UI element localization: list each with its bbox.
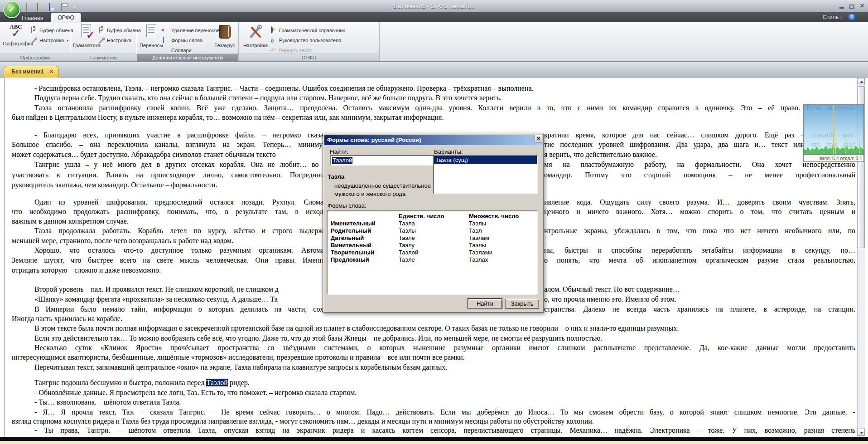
wrench-icon: [31, 37, 38, 44]
hyphen-doc-icon: [144, 24, 159, 39]
column-header-plural: Множеств. число: [469, 213, 519, 220]
hyphenation-button[interactable]: Переносы: [138, 24, 164, 52]
tab-orfo[interactable]: ОРФО: [51, 13, 81, 23]
orfo-settings-button[interactable]: Настройка: [242, 24, 269, 52]
minimize-icon[interactable]: [839, 7, 844, 9]
ribbon-tab-band: [0, 12, 868, 22]
text-line: - Ты права, Тангри. – шёпотом ответила Т…: [5, 426, 857, 436]
bottom-taskbar-strip: [0, 441, 868, 444]
maximize-icon[interactable]: [849, 5, 854, 9]
text-line: - Расшифровка остановлена, Таэла. – негр…: [5, 84, 857, 94]
selected-input-text: Таэлой: [332, 157, 352, 164]
user-guide-button[interactable]: ? Руководство пользователя: [270, 36, 341, 44]
text-line: Таэла остановила расшифровку своей копии…: [5, 104, 857, 113]
forms-table-row: ИменительныйТаэлаТаэлы: [328, 220, 537, 227]
forms-table-row: ВинительныйТаэлуТаэлы: [328, 242, 537, 249]
ribbon-group-orfo: Настройка Грамматический справочник ? Ру…: [239, 22, 380, 61]
headword-description: мужского и женского рода: [334, 190, 405, 197]
ribbon-group-spelling: ABC✓ Орфография Буфер обмена Настройка ▾…: [0, 22, 71, 61]
help-circle-icon: ?: [270, 37, 277, 44]
forms-table-row: ПредложныйТаэлеТаэлах: [328, 256, 537, 263]
text-line: Иногда часть хранилась на корабле.: [5, 315, 857, 324]
selected-word: Таэлой: [206, 379, 228, 386]
group-label-grammar: Грамматика: [71, 54, 137, 61]
variants-label: Варианты:: [434, 148, 463, 155]
scroll-down-button[interactable]: [858, 429, 865, 436]
book-icon: [217, 24, 232, 39]
clipboard-check-icon: [31, 27, 38, 34]
grammar-doc-check-icon: ✓: [79, 24, 93, 39]
forms-table-row: ДательныйТаэлеТаэлам: [328, 234, 537, 242]
owl-icon: [163, 47, 169, 54]
group-label-orfo: ОРФО: [239, 54, 379, 61]
window-title: Без имени1 - ОРФО редактор: [0, 3, 868, 10]
dialog-title[interactable]: Формы слова: русский (Россия): [324, 135, 543, 145]
text-line: Подруга верна себе. Трудно сказать, кто …: [5, 94, 857, 103]
traffic-caption: взял: 5.4 отдал: 0.1: [803, 155, 864, 162]
forms-table-header: Единств. число Множеств. число: [328, 213, 537, 220]
thesaurus-button[interactable]: Тезаурус: [212, 24, 238, 52]
clipboard-check-icon: [98, 27, 105, 34]
spellcheck-abc-icon: ABC✓: [9, 24, 23, 39]
document-tab-bar: Без имени1 ✕: [0, 62, 868, 78]
forms-label: Формы слова:: [328, 202, 366, 209]
text-line: Перечитывая текст, занимавший центрально…: [5, 363, 857, 373]
find-button[interactable]: Найти: [468, 299, 502, 309]
chevron-down-icon: ˅: [840, 15, 843, 20]
text-line: - Я… Я прочла текст, Таэ. – сказала Танг…: [5, 408, 857, 418]
forms-table[interactable]: Единств. число Множеств. число Именитель…: [327, 210, 538, 295]
variant-item[interactable]: Таэла (сущ): [434, 156, 537, 164]
ribbon-group-extra-tools: Переносы Удаление переносов Формы слова …: [137, 22, 239, 61]
ribbon-group-grammar: ✓ Грамматика Буфер обмена Настройка Грам…: [71, 22, 137, 61]
settings-button-grammar[interactable]: Настройка: [98, 36, 131, 44]
text-line: интересующимся авантюристы, безбашенные,…: [5, 353, 857, 363]
grammar-reference-button[interactable]: Грамматический справочник: [270, 26, 345, 34]
grammar-button[interactable]: ✓ Грамматика: [73, 24, 99, 52]
text-line: - Обновлённые данные. Я просмотрела все …: [5, 389, 857, 398]
dialog-close-icon[interactable]: ✕: [535, 135, 542, 142]
title-bar: ▾ Без имени1 - ОРФО редактор ×: [0, 0, 868, 12]
window-controls: ×: [839, 3, 864, 9]
text-line: взгляд старпома коснулся ридера и Таэла …: [5, 417, 857, 427]
help-icon[interactable]: ?: [848, 13, 856, 21]
text-line: - Ты… взволнована. – шёпотом ответила Та…: [5, 398, 857, 408]
style-menu-button[interactable]: Стиль ˅: [823, 14, 843, 20]
forms-table-row: РодительныйТаэлыТаэл: [328, 227, 537, 234]
traffic-graph: [803, 104, 864, 155]
document-tab-label: Без имени1: [11, 68, 44, 75]
text-line: Несколько суток «Клинок Ярости» прочёсыв…: [5, 344, 857, 353]
document-tab[interactable]: Без имени1 ✕: [4, 66, 59, 78]
group-label-spelling: Орфография: [0, 54, 71, 61]
settings-button-spelling[interactable]: Настройка ▾: [31, 36, 68, 44]
spelling-button[interactable]: ABC✓ Орфография: [3, 24, 29, 52]
network-monitor-widget[interactable]: взял: 5.4 отдал: 0.1: [803, 104, 864, 162]
compass-icon: [270, 27, 277, 34]
find-label: Найти:: [330, 148, 348, 155]
arrow-up-icon: [860, 81, 863, 83]
wrench-icon: [98, 37, 105, 44]
tab-close-icon[interactable]: ✕: [49, 68, 53, 75]
text-line: Если это действительно так… То можно воо…: [5, 334, 857, 344]
remove-hyphens-icon: [163, 27, 169, 34]
grass-waveform: [804, 105, 863, 154]
text-line: был найден в Центральном Посту, в пульте…: [5, 113, 857, 123]
group-label-extra-tools: Дополнительные инструменты: [137, 54, 238, 61]
word-forms-dialog[interactable]: Формы слова: русский (Россия) ✕ Найти: Т…: [323, 133, 544, 313]
app-menu-orb[interactable]: ✓: [3, 1, 20, 18]
arrow-down-icon: [860, 432, 863, 434]
bottom-black-strip: [0, 437, 868, 441]
remove-hyphens-button[interactable]: Удаление переносов: [163, 26, 220, 34]
crossed-tools-icon: [248, 24, 263, 39]
close-icon[interactable]: ×: [860, 3, 864, 9]
tab-home[interactable]: Главная: [17, 14, 48, 22]
ribbon: ABC✓ Орфография Буфер обмена Настройка ▾…: [0, 22, 868, 62]
clipboard-button-grammar[interactable]: Буфер обмена: [98, 26, 141, 34]
clipboard-button[interactable]: Буфер обмена: [31, 26, 73, 34]
text-line: Тангрис подошла бесшумно и быстро, полож…: [5, 379, 857, 388]
chevron-down-icon: ▾: [67, 39, 68, 43]
scroll-up-button[interactable]: [858, 78, 865, 85]
close-button[interactable]: Закрыть: [505, 299, 539, 309]
undo-arrow-icon: ↶: [270, 47, 277, 54]
variants-listbox[interactable]: Таэла (сущ): [433, 155, 538, 194]
word-forms-button[interactable]: Формы слова: [163, 36, 203, 44]
